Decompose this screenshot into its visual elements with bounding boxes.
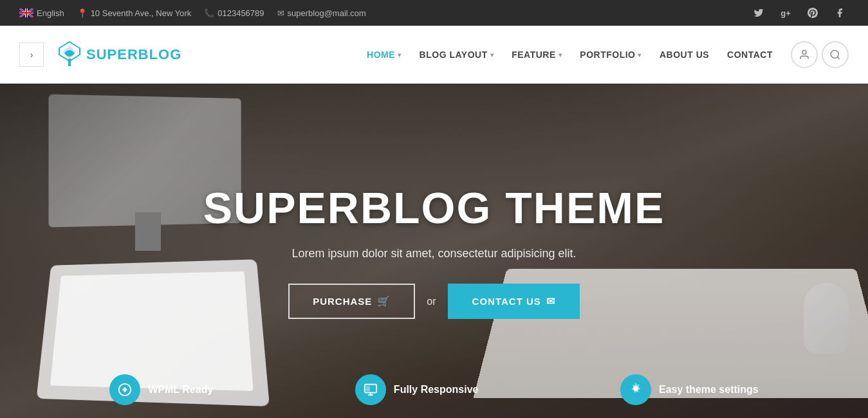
wpml-icon [109, 374, 140, 405]
svg-point-10 [802, 50, 806, 54]
user-icon [799, 49, 810, 60]
svg-line-12 [837, 57, 839, 59]
email-text: superblog@mail.com [288, 8, 366, 18]
contact-us-button[interactable]: CONTACT US ✉ [448, 284, 580, 319]
logo[interactable]: SUPERBLOG [57, 41, 181, 69]
purchase-button[interactable]: PURCHASE 🛒 [288, 284, 415, 319]
nav-bar: › SUPERBLOG HOME ▾ BLOG LAYOUT ▾ FEATURE… [0, 26, 868, 84]
chevron-down-icon: ▾ [638, 51, 642, 59]
responsive-label: Fully Responsive [394, 384, 479, 395]
nav-item-blog-layout[interactable]: BLOG LAYOUT ▾ [412, 26, 502, 84]
hero-subtitle: Lorem ipsum dolor sit amet, consectetur … [203, 247, 665, 260]
svg-point-14 [124, 388, 127, 392]
nav-item-home[interactable]: HOME ▾ [359, 26, 409, 84]
settings-icon [620, 374, 651, 405]
settings-label: Easy theme settings [659, 384, 759, 395]
svg-point-17 [634, 386, 638, 390]
top-bar-left: English 📍 10 Seventh Ave., New York 📞 01… [19, 8, 366, 18]
hero-section: SUPERBLOG THEME Lorem ipsum dolor sit am… [0, 84, 868, 418]
svg-rect-9 [68, 59, 71, 66]
twitter-icon[interactable] [750, 4, 768, 22]
logo-blog: BLOG [138, 46, 182, 62]
feature-settings: Easy theme settings [620, 374, 759, 418]
search-icon [829, 49, 841, 60]
logo-text: SUPERBLOG [86, 46, 181, 63]
responsive-icon [355, 374, 386, 405]
language-label: English [37, 8, 64, 18]
logo-super: SUPER [86, 46, 138, 62]
mail-icon: ✉ [546, 295, 555, 307]
main-nav: HOME ▾ BLOG LAYOUT ▾ FEATURE ▾ PORTFOLIO… [359, 26, 780, 84]
email-item: ✉ superblog@mail.com [277, 8, 366, 18]
wpml-label: WPML Ready [148, 384, 213, 395]
logo-icon [57, 41, 82, 69]
phone-icon: 📞 [204, 8, 214, 18]
top-bar: English 📍 10 Seventh Ave., New York 📞 01… [0, 0, 868, 26]
nav-item-contact[interactable]: CONTACT [719, 26, 780, 84]
flag-icon [19, 8, 33, 17]
cart-icon: 🛒 [377, 295, 391, 307]
search-button[interactable] [822, 41, 849, 68]
facebook-icon[interactable] [831, 4, 849, 22]
phone-item: 📞 0123456789 [204, 8, 264, 18]
chevron-down-icon: ▾ [490, 51, 494, 59]
hero-content: SUPERBLOG THEME Lorem ipsum dolor sit am… [178, 183, 691, 319]
address-item: 📍 10 Seventh Ave., New York [77, 8, 192, 18]
phone-text: 0123456789 [217, 8, 264, 18]
hero-buttons: PURCHASE 🛒 or CONTACT US ✉ [203, 284, 665, 319]
location-icon: 📍 [77, 8, 88, 18]
nav-item-about-us[interactable]: ABOUT US [652, 26, 717, 84]
features-bar: WPML Ready Fully Responsive Easy theme s… [0, 374, 868, 418]
language-selector[interactable]: English [19, 8, 64, 18]
nav-item-feature[interactable]: FEATURE ▾ [504, 26, 569, 84]
chevron-down-icon: ▾ [398, 51, 402, 59]
svg-point-11 [831, 50, 838, 58]
feature-wpml: WPML Ready [109, 374, 213, 418]
svg-rect-8 [26, 8, 27, 17]
user-button[interactable] [791, 41, 818, 68]
social-links: g+ [750, 4, 849, 22]
svg-rect-16 [366, 386, 369, 390]
or-text: or [427, 296, 436, 307]
address-text: 10 Seventh Ave., New York [91, 8, 192, 18]
hero-title: SUPERBLOG THEME [203, 183, 665, 233]
sidebar-toggle[interactable]: › [19, 42, 44, 67]
nav-item-portfolio[interactable]: PORTFOLIO ▾ [572, 26, 649, 84]
google-plus-icon[interactable]: g+ [777, 4, 795, 22]
chevron-down-icon: ▾ [559, 51, 562, 59]
pinterest-icon[interactable] [804, 4, 822, 22]
feature-responsive: Fully Responsive [355, 374, 479, 418]
email-icon: ✉ [277, 8, 284, 18]
